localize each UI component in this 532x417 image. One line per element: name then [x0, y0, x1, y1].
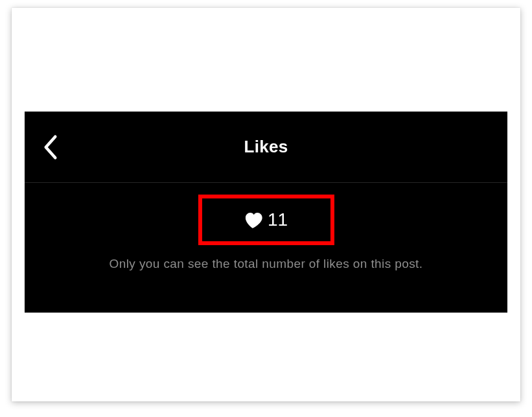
header-bar: Likes	[25, 112, 507, 183]
chevron-left-icon	[41, 134, 60, 160]
likes-visibility-info: Only you can see the total number of lik…	[25, 257, 507, 271]
content-area: 11 Only you can see the total number of …	[25, 183, 507, 271]
likes-count: 11	[268, 211, 288, 229]
page-title: Likes	[244, 137, 288, 157]
back-button[interactable]	[36, 129, 65, 165]
card-container: Likes 11 Only you can see the total numb…	[12, 8, 520, 401]
likes-panel: Likes 11 Only you can see the total numb…	[25, 112, 507, 313]
likes-count-box: 11	[198, 195, 334, 245]
heart-icon	[244, 211, 262, 228]
